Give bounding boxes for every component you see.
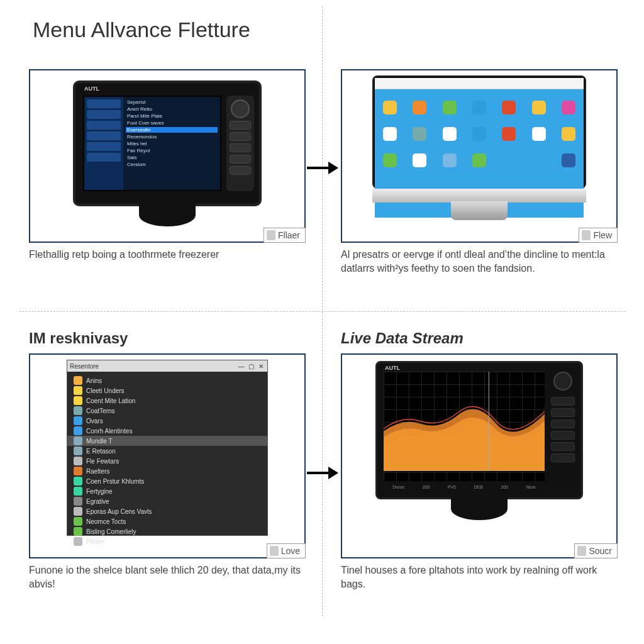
list-item-label: Fertygine	[86, 488, 113, 495]
desktop-app-icon[interactable]	[532, 127, 546, 141]
arrow-right-icon	[307, 465, 338, 480]
list-item-icon	[74, 497, 82, 506]
desktop-app-icon[interactable]	[562, 153, 575, 167]
desktop-app-icon[interactable]	[413, 127, 426, 141]
desktop-app-icon[interactable]	[562, 127, 575, 141]
panel-frame: Flew	[341, 69, 618, 243]
monitor-device-mock: AUTL Derve200PV0DEB200Nere	[375, 361, 583, 499]
desktop-app-icon[interactable]	[443, 101, 457, 114]
list-item[interactable]: Raelters	[67, 466, 267, 476]
list-item-icon	[74, 537, 82, 546]
desktop-app-icon[interactable]	[502, 153, 516, 167]
desktop-app-icon[interactable]	[502, 101, 516, 114]
monitor-side-buttons	[548, 372, 577, 481]
desktop-app-icon[interactable]	[532, 153, 546, 167]
panel-badge[interactable]: Soucr	[574, 543, 618, 558]
desktop-app-icon[interactable]	[472, 153, 486, 167]
desktop-app-icon[interactable]	[443, 153, 457, 167]
list-item-icon	[74, 457, 82, 465]
list-item-label: Plinter	[86, 538, 104, 545]
list-item-icon	[74, 436, 82, 445]
desktop-app-icon[interactable]	[383, 101, 397, 114]
desktop-app-icon[interactable]	[502, 127, 516, 141]
section-heading: Live Data Stream	[341, 330, 618, 347]
device-menu-list: SeperistAnerl RettoPand Mite PlaieFoot C…	[123, 97, 220, 190]
panel-bottom-left: IM resknivasy Resentore — ▢ ✕ AninsCleet…	[29, 330, 306, 591]
list-item-icon	[74, 527, 82, 536]
panel-caption: Al presatrs or eervge if ontl dleal and’…	[341, 248, 618, 275]
desktop-icon-row	[375, 153, 584, 167]
device-menu-item[interactable]: Pand Mite Plaie	[126, 113, 218, 119]
device-menu-item[interactable]: Fax Reyot	[126, 148, 218, 153]
list-item-icon	[74, 416, 82, 425]
list-item-icon	[74, 396, 82, 405]
list-item[interactable]: Coent Mite Lation	[67, 396, 267, 406]
desktop-app-icon[interactable]	[562, 101, 575, 114]
desktop-app-icon[interactable]	[383, 127, 397, 141]
list-item[interactable]: Conrh Alentintes	[67, 426, 267, 436]
list-item-icon	[74, 386, 82, 395]
device-brand: AUTL	[385, 365, 400, 371]
panel-badge[interactable]: Fllaer	[264, 228, 306, 243]
list-item-label: CoatTerns	[86, 408, 115, 414]
monitor-label: Derve	[392, 485, 404, 494]
device-menu-item[interactable]: Sals	[126, 155, 218, 160]
list-item[interactable]: Egrative	[67, 496, 267, 506]
list-item[interactable]: Anins	[67, 375, 267, 386]
list-item-icon	[74, 376, 82, 385]
panel-caption: Flethallig retp boing a toothrmete freez…	[29, 248, 306, 262]
desktop-app-icon[interactable]	[383, 153, 397, 167]
window-titlebar: Resentore — ▢ ✕	[67, 360, 267, 372]
device-menu-item[interactable]: Anerl Retto	[126, 106, 218, 112]
device-menu-item[interactable]: Eversestin	[126, 127, 218, 133]
list-item[interactable]: Coen Prstur Khlumts	[67, 476, 267, 486]
desktop-app-icon[interactable]	[472, 127, 486, 141]
device-sidebar	[84, 97, 123, 190]
panel-badge[interactable]: Love	[267, 543, 306, 558]
device-menu-item[interactable]: Seperist	[126, 99, 218, 105]
list-item-label: Fle Fewtars	[86, 458, 119, 465]
list-item[interactable]: Fertygine	[67, 486, 267, 496]
device-menu-item[interactable]: Recemondos	[126, 134, 218, 140]
desktop-app-icon[interactable]	[413, 101, 426, 114]
list-item[interactable]: E Retason	[67, 446, 267, 456]
panel-frame: AUTL SeperistAnerl RettoPand Mite PlaieF…	[29, 69, 306, 243]
desktop-app-icon[interactable]	[472, 101, 486, 114]
browser-bar	[375, 78, 584, 89]
monitor-bottom-labels: Derve200PV0DEB200Nere	[384, 485, 545, 494]
list-item[interactable]: Plinter	[67, 536, 267, 547]
list-item-label: Coen Prstur Khlumts	[86, 478, 144, 485]
list-item-icon	[74, 517, 82, 526]
monitor-label: 200	[501, 485, 508, 494]
device-menu-item[interactable]: Miles hel	[126, 141, 218, 147]
list-item[interactable]: Bisling Comerliely	[67, 526, 267, 536]
desktop-computer-mock	[372, 75, 586, 220]
desktop-app-icon[interactable]	[532, 101, 546, 114]
device-brand: AUTL	[84, 86, 99, 92]
list-item[interactable]: Fle Fewtars	[67, 456, 267, 466]
panel-badge[interactable]: Flew	[579, 228, 618, 243]
desktop-app-icon[interactable]	[443, 127, 457, 141]
panel-frame: AUTL Derve200PV0DEB200Nere S	[341, 353, 618, 558]
list-item-icon	[74, 447, 82, 455]
device-screen: SeperistAnerl RettoPand Mite PlaieFoot C…	[83, 96, 221, 191]
svg-marker-3	[328, 467, 338, 479]
desktop-app-icon[interactable]	[413, 153, 426, 167]
section-heading: IM resknivasy	[29, 330, 306, 347]
list-item-icon	[74, 406, 82, 415]
list-item[interactable]: Eporas Aup Cens Vavls	[67, 506, 267, 516]
list-item[interactable]: Neomce Tocts	[67, 516, 267, 526]
device-menu-item[interactable]: Cersiom	[126, 162, 218, 167]
list-item[interactable]: Ovars	[67, 416, 267, 426]
window-mock: Resentore — ▢ ✕ AninsCleeti UndersCoent …	[67, 360, 268, 536]
list-item[interactable]: CoatTerns	[67, 406, 267, 416]
list-item[interactable]: Cleeti Unders	[67, 386, 267, 396]
svg-marker-1	[328, 162, 338, 174]
monitor-label: Nere	[526, 485, 536, 494]
list-item-icon	[74, 467, 82, 475]
list-item-label: Mundle T	[86, 438, 113, 445]
list-item[interactable]: Mundle T	[67, 436, 267, 446]
list-item-icon	[74, 477, 82, 486]
window-controls[interactable]: — ▢ ✕	[238, 363, 265, 370]
device-menu-item[interactable]: Foot Coer saves	[126, 120, 218, 126]
